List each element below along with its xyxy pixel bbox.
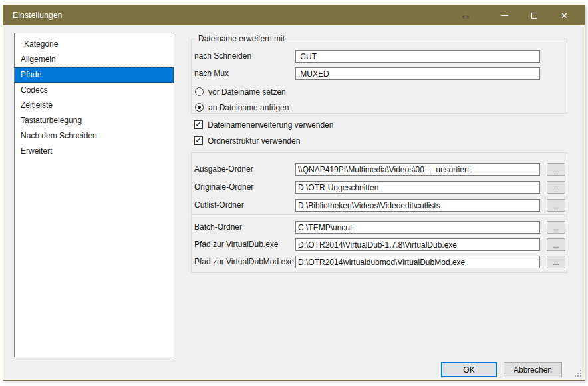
maximize-icon [531,13,537,19]
cutlist-ordner-browse-button[interactable]: ... [547,199,565,212]
maximize-button[interactable] [519,5,549,25]
ausgabe-ordner-browse-button[interactable]: ... [547,163,565,176]
nach-mux-row: nach Mux [192,67,568,80]
nach-mux-label: nach Mux [194,67,229,80]
sidebar-item-pfade[interactable]: Pfade [15,67,174,83]
originale-ordner-input[interactable] [295,181,540,194]
sidebar-item-erweitert[interactable]: Erweitert [15,144,174,159]
radio-an-dateiname-anfuegen[interactable]: an Dateiname anfügen [195,102,289,112]
radio-an-dateiname-label: an Dateiname anfügen [208,103,289,112]
virtualdub-input[interactable] [295,238,540,251]
checkbox-dateinamenerweiterung[interactable]: ✓ Dateinamenerweiterung verwenden [194,120,333,130]
cancel-button[interactable]: Abbrechen [504,362,562,377]
nach-mux-input[interactable] [295,67,540,80]
close-button[interactable]: ✕ [549,5,579,25]
virtualdubmod-browse-button[interactable]: ... [547,256,565,268]
nach-schneiden-label: nach Schneiden [194,50,251,63]
ok-button[interactable]: OK [441,362,497,377]
resize-grip[interactable] [574,369,583,378]
radio-vor-dateiname-label: vor Dateiname setzen [208,87,286,96]
cutlist-ordner-input[interactable] [295,199,540,212]
sidebar-item-zeitleiste[interactable]: Zeitleiste [15,98,174,113]
ausgabe-ordner-input[interactable] [295,163,540,176]
radio-icon [195,103,204,112]
checkbox-icon: ✓ [194,120,203,129]
filename-extend-group: Dateiname erweitern mit nach Schneiden n… [191,39,567,114]
virtualdubmod-row: Pfad zur VirtualDubMod.exe ... [192,256,568,268]
minimize-button[interactable] [490,5,519,25]
originale-ordner-label: Originale-Ordner [194,181,253,194]
cutlist-ordner-row: Cutlist-Ordner ... [192,199,568,212]
minimize-icon [501,15,508,16]
batch-ordner-input[interactable] [295,221,540,234]
window-title: Einstellungen [13,11,63,20]
radio-vor-dateiname-setzen[interactable]: vor Dateiname setzen [195,87,286,96]
originale-ordner-row: Originale-Ordner ... [192,181,568,194]
titlebar: Einstellungen ↔ ✕ [3,5,585,25]
check-icon: ✓ [195,135,202,145]
category-listbox: Kategorie Allgemein Pfade Codecs Zeitlei… [14,33,174,357]
check-icon: ✓ [195,119,202,129]
batch-ordner-label: Batch-Ordner [194,221,242,234]
radio-dot [198,106,201,109]
ausgabe-ordner-label: Ausgabe-Ordner [194,163,253,176]
settings-dialog: Einstellungen ↔ ✕ Kategorie Allgemein Pf… [3,5,585,381]
nach-schneiden-row: nach Schneiden [192,50,568,63]
nach-schneiden-input[interactable] [295,50,540,63]
virtualdub-row: Pfad zur VirtualDub.exe ... [192,238,568,251]
resize-arrows-icon[interactable]: ↔ [451,5,480,25]
folders-group: Ausgabe-Ordner ... Originale-Ordner ... … [191,152,567,215]
programs-group: Batch-Ordner ... Pfad zur VirtualDub.exe… [191,216,567,273]
batch-ordner-row: Batch-Ordner ... [192,221,568,234]
virtualdub-browse-button[interactable]: ... [547,238,565,251]
checkbox-icon: ✓ [194,136,203,145]
cutlist-ordner-label: Cutlist-Ordner [194,199,244,212]
titlebar-controls: ↔ ✕ [451,5,579,25]
batch-ordner-browse-button[interactable]: ... [547,221,565,234]
virtualdub-label: Pfad zur VirtualDub.exe [194,238,279,251]
originale-ordner-browse-button[interactable]: ... [547,181,565,194]
checkbox-dateinamenerweiterung-label: Dateinamenerweiterung verwenden [208,120,333,130]
virtualdubmod-label: Pfad zur VirtualDubMod.exe [194,256,294,268]
filename-extend-group-title: Dateiname erweitern mit [196,34,287,43]
checkbox-ordnerstruktur[interactable]: ✓ Ordnerstruktur verwenden [194,136,300,146]
checkbox-ordnerstruktur-label: Ordnerstruktur verwenden [208,136,300,146]
close-icon: ✕ [561,11,568,21]
virtualdubmod-input[interactable] [295,256,540,268]
category-list-header: Kategorie [15,37,174,52]
radio-icon [195,87,204,96]
sidebar-item-allgemein[interactable]: Allgemein [15,52,174,67]
sidebar-item-nach-dem-schneiden[interactable]: Nach dem Schneiden [15,128,174,144]
ausgabe-ordner-row: Ausgabe-Ordner ... [192,163,568,176]
sidebar-item-tastaturbelegung[interactable]: Tastaturbelegung [15,113,174,128]
sidebar-item-codecs[interactable]: Codecs [15,83,174,98]
